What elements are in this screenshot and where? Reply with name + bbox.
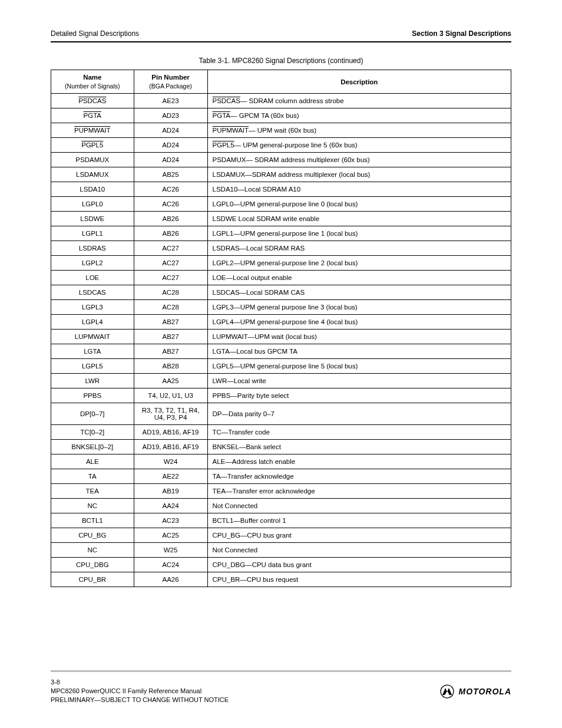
table-row: NCW25Not Connected [51, 543, 511, 558]
table-row: TAAE22TA—Transfer acknowledge [51, 469, 511, 484]
cell-desc: LOE—Local output enable [207, 271, 511, 285]
table-row: LSDWEAB26LSDWE Local SDRAM write enable [51, 212, 511, 226]
table-row: ALEW24ALE—Address latch enable [51, 454, 511, 469]
table-row: NCAA24Not Connected [51, 499, 511, 513]
cell-desc: TA—Transfer acknowledge [207, 469, 511, 484]
cell-pin: AE23 [134, 94, 207, 108]
cell-name: PSDCAS [51, 94, 134, 108]
cell-desc: LSDRAS—Local SDRAM RAS [207, 241, 511, 256]
cell-desc: LWR—Local write [207, 374, 511, 388]
cell-pin: AC26 [134, 182, 207, 197]
signal-table: Name (Number of Signals) Pin Number (BGA… [51, 70, 511, 587]
cell-desc: LGPL2—UPM general-purpose line 2 (local … [207, 256, 511, 271]
cell-desc: LGTA—Local bus GPCM TA [207, 344, 511, 359]
cell-name: LSDWE [51, 212, 134, 226]
th-pin: Pin Number (BGA Package) [134, 70, 207, 94]
cell-desc: PUPMWAIT— UPM wait (60x bus) [207, 123, 511, 138]
cell-desc: LSDA10—Local SDRAM A10 [207, 182, 511, 197]
cell-name: ALE [51, 454, 134, 469]
motorola-batwing-icon [440, 684, 454, 699]
cell-desc: PSDCAS— SDRAM column address strobe [207, 94, 511, 108]
cell-pin: AC28 [134, 285, 207, 300]
cell-pin: AD24 [134, 138, 207, 153]
table-row: PSDCASAE23PSDCAS— SDRAM column address s… [51, 94, 511, 108]
cell-desc: ALE—Address latch enable [207, 454, 511, 469]
cell-pin: AC25 [134, 528, 207, 543]
cell-name: CPU_BG [51, 528, 134, 543]
table-row: PUPMWAITAD24PUPMWAIT— UPM wait (60x bus) [51, 123, 511, 138]
header-rule [51, 41, 511, 42]
cell-name: LSDAMUX [51, 167, 134, 182]
th-name-main: Name [83, 74, 101, 81]
cell-desc: CPU_DBG—CPU data bus grant [207, 558, 511, 572]
table-row: DP[0–7]R3, T3, T2, T1, R4, U4, P3, P4DP—… [51, 403, 511, 425]
cell-pin: W24 [134, 454, 207, 469]
cell-name: LGPL2 [51, 256, 134, 271]
cell-pin: AB19 [134, 484, 207, 499]
table-row: PSDAMUXAD24PSDAMUX— SDRAM address multip… [51, 153, 511, 167]
cell-name: PUPMWAIT [51, 123, 134, 138]
table-row: TEAAB19TEA—Transfer error acknowledge [51, 484, 511, 499]
cell-pin: AB27 [134, 330, 207, 344]
cell-pin: AC24 [134, 558, 207, 572]
th-name-sub: (Number of Signals) [56, 83, 129, 90]
table-row: LGTAAB27LGTA—Local bus GPCM TA [51, 344, 511, 359]
cell-pin: W25 [134, 543, 207, 558]
footer-rule [51, 670, 511, 672]
table-row: LGPL1AB26LGPL1—UPM general-purpose line … [51, 226, 511, 241]
cell-name: BCTL1 [51, 513, 134, 528]
cell-name: LUPMWAIT [51, 330, 134, 344]
cell-name: LGPL1 [51, 226, 134, 241]
cell-name: LWR [51, 374, 134, 388]
table-row: LGPL5AB28LGPL5—UPM general-purpose line … [51, 359, 511, 374]
table-row: LOEAC27LOE—Local output enable [51, 271, 511, 285]
footer-page: 3-8 [51, 678, 229, 687]
th-desc: Description [207, 70, 511, 94]
cell-name: NC [51, 543, 134, 558]
cell-pin: AD23 [134, 108, 207, 123]
cell-desc: LGPL4—UPM general-purpose line 4 (local … [207, 315, 511, 330]
cell-desc: LGPL0—UPM general-purpose line 0 (local … [207, 197, 511, 212]
cell-name: TA [51, 469, 134, 484]
table-row: BCTL1AC23BCTL1—Buffer control 1 [51, 513, 511, 528]
table-row: LGPL0AC26LGPL0—UPM general-purpose line … [51, 197, 511, 212]
table-row: CPU_BGAC25CPU_BG—CPU bus grant [51, 528, 511, 543]
table-row: LGPL3AC28LGPL3—UPM general purpose line … [51, 300, 511, 315]
cell-desc: TEA—Transfer error acknowledge [207, 484, 511, 499]
cell-desc: PSDAMUX— SDRAM address multiplexer (60x … [207, 153, 511, 167]
cell-pin: AB27 [134, 344, 207, 359]
cell-name: NC [51, 499, 134, 513]
th-pin-main: Pin Number [151, 74, 190, 81]
cell-name: PPBS [51, 388, 134, 403]
cell-pin: AC23 [134, 513, 207, 528]
cell-desc: Not Connected [207, 543, 511, 558]
cell-name: PGPL5 [51, 138, 134, 153]
cell-name: PGTA [51, 108, 134, 123]
table-caption: Table 3-1. MPC8260 Signal Descriptions (… [51, 57, 511, 65]
cell-name: TEA [51, 484, 134, 499]
cell-name: LGPL3 [51, 300, 134, 315]
cell-pin: AA26 [134, 572, 207, 587]
cell-pin: AB28 [134, 359, 207, 374]
th-pin-sub: (BGA Package) [139, 83, 203, 90]
footer-prelim: PRELIMINARY—SUBJECT TO CHANGE WITHOUT NO… [51, 696, 229, 704]
table-row: CPU_DBGAC24CPU_DBG—CPU data bus grant [51, 558, 511, 572]
cell-pin: AB26 [134, 226, 207, 241]
cell-name: LSDA10 [51, 182, 134, 197]
cell-desc: CPU_BG—CPU bus grant [207, 528, 511, 543]
cell-desc: CPU_BR—CPU bus request [207, 572, 511, 587]
table-row: LUPMWAITAB27LUPMWAIT—UPM wait (local bus… [51, 330, 511, 344]
cell-pin: AD24 [134, 123, 207, 138]
footer-left: 3-8 MPC8260 PowerQUICC II Family Referen… [51, 678, 229, 704]
cell-desc: TC—Transfer code [207, 425, 511, 440]
table-row: LGPL4AB27LGPL4—UPM general-purpose line … [51, 315, 511, 330]
cell-pin: AB25 [134, 167, 207, 182]
cell-pin: AC27 [134, 256, 207, 271]
cell-name: BNKSEL[0–2] [51, 440, 134, 454]
cell-desc: DP—Data parity 0–7 [207, 403, 511, 425]
cell-name: LGPL5 [51, 359, 134, 374]
cell-name: TC[0–2] [51, 425, 134, 440]
table-row: PGTAAD23PGTA— GPCM TA (60x bus) [51, 108, 511, 123]
footer-brand: MOTOROLA [440, 684, 511, 699]
cell-pin: AA25 [134, 374, 207, 388]
